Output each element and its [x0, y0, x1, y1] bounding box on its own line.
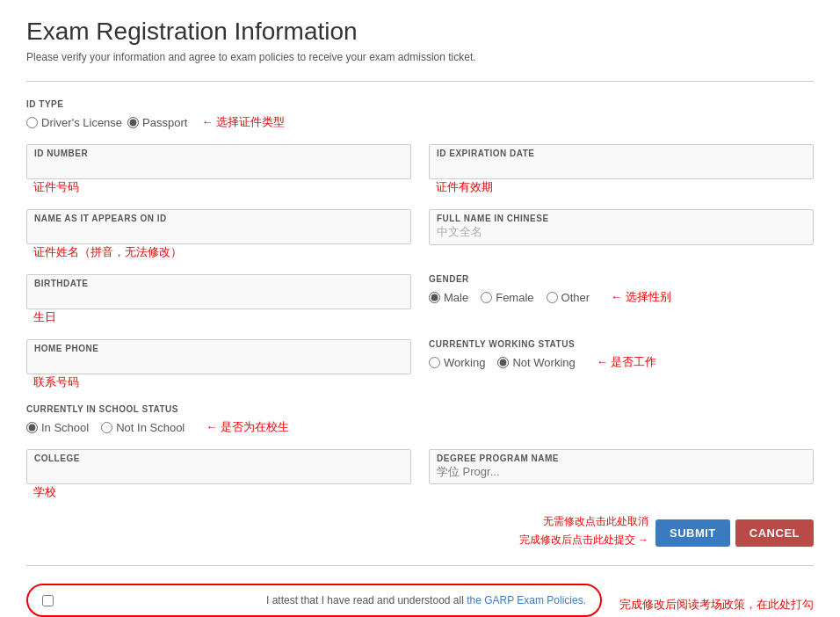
- working-label: Working: [444, 356, 485, 369]
- gender-radio-male[interactable]: [429, 292, 440, 303]
- page-title: Exam Registration Information: [26, 18, 814, 46]
- id-type-drivers-license[interactable]: Driver's License: [26, 116, 122, 129]
- birthdate-annotation: 生日: [33, 309, 56, 325]
- college-col: COLLEGE 学校: [26, 449, 411, 500]
- id-expiration-label: ID EXPIRATION DATE: [437, 149, 806, 158]
- name-on-id-label: NAME AS IT APPEARS ON ID: [34, 214, 403, 223]
- divider-bottom: [26, 565, 814, 566]
- submit-annotation: 完成修改后点击此处提交 →: [519, 533, 648, 548]
- school-status-in[interactable]: In School: [26, 421, 89, 434]
- submit-cancel-area: 无需修改点击此处取消 完成修改后点击此处提交 → SUBMIT CANCEL: [26, 514, 814, 551]
- id-type-section: ID TYPE Driver's License Passport 选择证件类型: [26, 99, 814, 130]
- full-name-chinese-input[interactable]: [437, 226, 806, 239]
- full-name-chinese-col: FULL NAME IN CHINESE: [429, 209, 814, 245]
- id-number-row: ID NUMBER 证件号码 ID EXPIRATION DATE 证件有效期: [26, 144, 814, 195]
- college-input[interactable]: [34, 465, 403, 478]
- gender-female-label: Female: [496, 291, 533, 304]
- working-status-annotation: 是否工作: [597, 354, 657, 370]
- school-status-not-in[interactable]: Not In School: [101, 421, 185, 434]
- name-on-id-input[interactable]: [34, 225, 403, 238]
- page-container: Exam Registration Information Please ver…: [0, 0, 840, 617]
- school-status-radio-group: In School Not In School 是否为在校生: [26, 419, 814, 435]
- working-radio-working[interactable]: [429, 357, 440, 368]
- full-name-chinese-label: FULL NAME IN CHINESE: [437, 214, 806, 223]
- id-type-radio-dl[interactable]: [26, 117, 38, 128]
- name-on-id-col: NAME AS IT APPEARS ON ID 证件姓名（拼音，无法修改）: [26, 209, 411, 260]
- not-in-school-label: Not In School: [116, 421, 185, 434]
- birthdate-label: BIRTHDATE: [34, 279, 403, 288]
- working-status-label: CURRENTLY WORKING STATUS: [429, 339, 814, 349]
- college-degree-row: COLLEGE 学校 DEGREE PROGRAM NAME: [26, 449, 814, 500]
- school-radio-not-in[interactable]: [101, 422, 112, 433]
- gender-radio-group: Male Female Other 选择性别: [429, 289, 814, 305]
- working-status-radio-group: Working Not Working 是否工作: [429, 354, 814, 370]
- gender-other[interactable]: Other: [547, 291, 590, 304]
- phone-work-row: HOME PHONE 联系号码 CURRENTLY WORKING STATUS…: [26, 339, 814, 390]
- divider: [26, 81, 814, 82]
- degree-input[interactable]: [437, 465, 806, 478]
- school-status-annotation: 是否为在校生: [206, 419, 289, 435]
- gender-radio-other[interactable]: [547, 292, 558, 303]
- gender-label: GENDER: [429, 274, 814, 284]
- id-type-passport[interactable]: Passport: [127, 116, 187, 129]
- policy-link[interactable]: the GARP Exam Policies.: [467, 594, 586, 606]
- name-row: NAME AS IT APPEARS ON ID 证件姓名（拼音，无法修改） F…: [26, 209, 814, 260]
- policy-area: I attest that I have read and understood…: [26, 584, 814, 617]
- name-on-id-annotation: 证件姓名（拼音，无法修改）: [33, 244, 182, 260]
- birthdate-col: BIRTHDATE 生日: [26, 274, 411, 325]
- id-expiration-annotation: 证件有效期: [436, 179, 493, 195]
- degree-col: DEGREE PROGRAM NAME: [429, 449, 814, 500]
- id-type-dl-label: Driver's License: [41, 116, 122, 129]
- id-type-radio-passport[interactable]: [127, 117, 139, 128]
- birthdate-input[interactable]: [34, 290, 403, 303]
- id-number-field: ID NUMBER: [26, 144, 411, 179]
- id-number-input[interactable]: [34, 160, 403, 173]
- id-type-label: ID TYPE: [26, 99, 814, 109]
- school-status-label: CURRENTLY IN SCHOOL STATUS: [26, 404, 814, 414]
- home-phone-label: HOME PHONE: [34, 344, 403, 353]
- cancel-button[interactable]: CANCEL: [735, 519, 814, 547]
- not-working-label: Not Working: [512, 356, 575, 369]
- id-type-passport-label: Passport: [142, 116, 187, 129]
- full-name-chinese-field: FULL NAME IN CHINESE: [429, 209, 814, 245]
- college-label: COLLEGE: [34, 454, 403, 463]
- id-number-annotation: 证件号码: [33, 179, 79, 195]
- gender-male[interactable]: Male: [429, 291, 468, 304]
- college-annotation: 学校: [33, 484, 56, 500]
- id-expiration-input[interactable]: [437, 160, 806, 173]
- submit-button[interactable]: SUBMIT: [655, 519, 730, 547]
- id-expiration-field: ID EXPIRATION DATE: [429, 144, 814, 179]
- id-expiration-col: ID EXPIRATION DATE 证件有效期: [429, 144, 814, 195]
- home-phone-input[interactable]: [34, 355, 403, 368]
- school-status-section: CURRENTLY IN SCHOOL STATUS In School Not…: [26, 404, 814, 435]
- name-on-id-field: NAME AS IT APPEARS ON ID: [26, 209, 411, 244]
- gender-female[interactable]: Female: [481, 291, 533, 304]
- home-phone-annotation: 联系号码: [33, 374, 79, 390]
- cancel-annotation: 无需修改点击此处取消: [543, 514, 648, 529]
- working-status-not-working[interactable]: Not Working: [497, 356, 575, 369]
- id-number-label: ID NUMBER: [34, 149, 403, 158]
- home-phone-field: HOME PHONE: [26, 339, 411, 374]
- gender-male-label: Male: [444, 291, 468, 304]
- degree-label: DEGREE PROGRAM NAME: [437, 454, 806, 463]
- birthdate-gender-row: BIRTHDATE 生日 GENDER Male Female Other: [26, 274, 814, 325]
- working-status-working[interactable]: Working: [429, 356, 485, 369]
- id-number-col: ID NUMBER 证件号码: [26, 144, 411, 195]
- school-radio-in[interactable]: [26, 422, 38, 433]
- gender-annotation: 选择性别: [611, 289, 671, 305]
- working-status-col: CURRENTLY WORKING STATUS Working Not Wor…: [429, 339, 814, 370]
- policy-checkbox[interactable]: [42, 595, 54, 606]
- id-type-radio-row: Driver's License Passport 选择证件类型: [26, 114, 814, 130]
- id-type-annotation: 选择证件类型: [201, 114, 285, 130]
- home-phone-col: HOME PHONE 联系号码: [26, 339, 411, 390]
- in-school-label: In School: [41, 421, 89, 434]
- working-radio-not-working[interactable]: [497, 357, 509, 368]
- gender-other-label: Other: [561, 291, 590, 304]
- gender-radio-female[interactable]: [481, 292, 492, 303]
- birthdate-field: BIRTHDATE: [26, 274, 411, 309]
- degree-field: DEGREE PROGRAM NAME: [429, 449, 814, 484]
- gender-col: GENDER Male Female Other 选择性别: [429, 274, 814, 305]
- policy-text: I attest that I have read and understood…: [266, 594, 586, 606]
- policy-annotation: 完成修改后阅读考场政策，在此处打勾: [619, 597, 814, 613]
- policy-row: I attest that I have read and understood…: [26, 584, 602, 617]
